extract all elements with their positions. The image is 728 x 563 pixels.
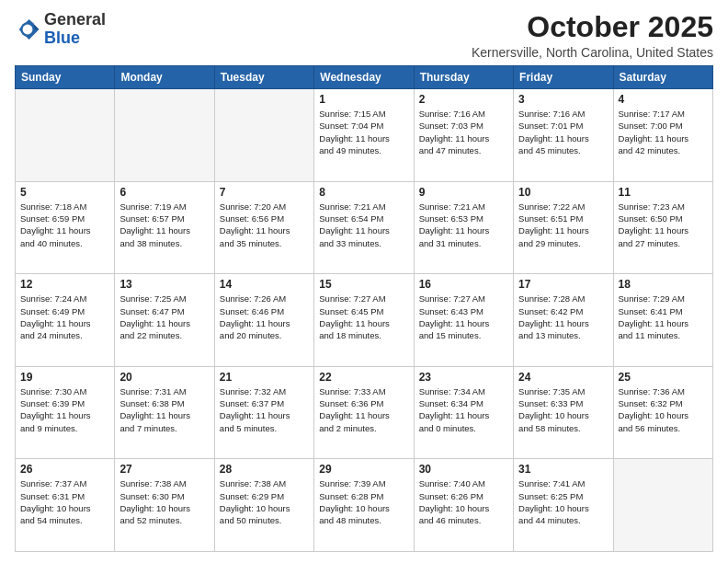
day-number: 17 bbox=[518, 278, 608, 291]
location: Kernersville, North Carolina, United Sta… bbox=[472, 45, 713, 60]
day-number: 24 bbox=[518, 371, 608, 384]
day-number: 8 bbox=[319, 186, 408, 199]
cell-info: Sunrise: 7:32 AM Sunset: 6:37 PM Dayligh… bbox=[220, 385, 309, 434]
cell-info: Sunrise: 7:28 AM Sunset: 6:42 PM Dayligh… bbox=[518, 293, 608, 341]
calendar-cell: 27Sunrise: 7:38 AM Sunset: 6:30 PM Dayli… bbox=[115, 459, 214, 552]
cell-info: Sunrise: 7:26 AM Sunset: 6:46 PM Dayligh… bbox=[220, 293, 309, 341]
calendar-cell: 26Sunrise: 7:37 AM Sunset: 6:31 PM Dayli… bbox=[16, 459, 115, 552]
calendar-cell: 31Sunrise: 7:41 AM Sunset: 6:25 PM Dayli… bbox=[514, 459, 613, 552]
logo-icon bbox=[15, 17, 40, 42]
day-number: 5 bbox=[20, 186, 109, 199]
day-number: 12 bbox=[20, 278, 109, 291]
cell-info: Sunrise: 7:21 AM Sunset: 6:54 PM Dayligh… bbox=[319, 201, 408, 249]
week-row-5: 26Sunrise: 7:37 AM Sunset: 6:31 PM Dayli… bbox=[16, 459, 713, 552]
cell-info: Sunrise: 7:34 AM Sunset: 6:34 PM Dayligh… bbox=[419, 385, 508, 434]
day-header-thursday: Thursday bbox=[414, 66, 513, 89]
day-header-tuesday: Tuesday bbox=[214, 66, 313, 89]
day-number: 9 bbox=[419, 186, 508, 199]
calendar-cell bbox=[214, 89, 313, 182]
calendar-cell: 23Sunrise: 7:34 AM Sunset: 6:34 PM Dayli… bbox=[414, 366, 513, 459]
cell-info: Sunrise: 7:15 AM Sunset: 7:04 PM Dayligh… bbox=[319, 108, 408, 156]
day-header-friday: Friday bbox=[514, 66, 613, 89]
day-header-sunday: Sunday bbox=[16, 66, 115, 89]
cell-info: Sunrise: 7:39 AM Sunset: 6:28 PM Dayligh… bbox=[319, 477, 408, 526]
day-number: 6 bbox=[119, 186, 209, 199]
day-number: 2 bbox=[419, 93, 508, 106]
calendar-cell: 12Sunrise: 7:24 AM Sunset: 6:49 PM Dayli… bbox=[16, 274, 115, 367]
calendar-cell: 30Sunrise: 7:40 AM Sunset: 6:26 PM Dayli… bbox=[414, 459, 513, 552]
day-number: 14 bbox=[220, 278, 309, 291]
cell-info: Sunrise: 7:16 AM Sunset: 7:01 PM Dayligh… bbox=[518, 108, 608, 156]
calendar-cell: 14Sunrise: 7:26 AM Sunset: 6:46 PM Dayli… bbox=[214, 274, 313, 367]
calendar-cell: 9Sunrise: 7:21 AM Sunset: 6:53 PM Daylig… bbox=[414, 181, 513, 274]
cell-info: Sunrise: 7:17 AM Sunset: 7:00 PM Dayligh… bbox=[619, 108, 708, 156]
cell-info: Sunrise: 7:27 AM Sunset: 6:45 PM Dayligh… bbox=[319, 293, 408, 341]
week-row-2: 5Sunrise: 7:18 AM Sunset: 6:59 PM Daylig… bbox=[16, 181, 713, 274]
day-number: 27 bbox=[119, 463, 209, 476]
calendar-cell: 15Sunrise: 7:27 AM Sunset: 6:45 PM Dayli… bbox=[314, 274, 414, 367]
calendar-cell bbox=[16, 89, 115, 182]
calendar-cell: 28Sunrise: 7:38 AM Sunset: 6:29 PM Dayli… bbox=[214, 459, 313, 552]
calendar-cell: 21Sunrise: 7:32 AM Sunset: 6:37 PM Dayli… bbox=[214, 366, 313, 459]
cell-info: Sunrise: 7:23 AM Sunset: 6:50 PM Dayligh… bbox=[619, 201, 708, 249]
week-row-4: 19Sunrise: 7:30 AM Sunset: 6:39 PM Dayli… bbox=[16, 366, 713, 459]
cell-info: Sunrise: 7:31 AM Sunset: 6:38 PM Dayligh… bbox=[119, 385, 209, 434]
day-number: 7 bbox=[220, 186, 309, 199]
cell-info: Sunrise: 7:35 AM Sunset: 6:33 PM Dayligh… bbox=[518, 385, 608, 434]
cell-info: Sunrise: 7:19 AM Sunset: 6:57 PM Dayligh… bbox=[119, 201, 209, 249]
day-number: 3 bbox=[518, 93, 608, 106]
day-number: 16 bbox=[419, 278, 508, 291]
calendar-cell: 25Sunrise: 7:36 AM Sunset: 6:32 PM Dayli… bbox=[613, 366, 712, 459]
cell-info: Sunrise: 7:24 AM Sunset: 6:49 PM Dayligh… bbox=[20, 293, 109, 341]
calendar-cell: 24Sunrise: 7:35 AM Sunset: 6:33 PM Dayli… bbox=[514, 366, 613, 459]
calendar-cell: 10Sunrise: 7:22 AM Sunset: 6:51 PM Dayli… bbox=[514, 181, 613, 274]
calendar-cell: 11Sunrise: 7:23 AM Sunset: 6:50 PM Dayli… bbox=[613, 181, 712, 274]
logo-text: General Blue bbox=[44, 11, 106, 48]
calendar-cell: 4Sunrise: 7:17 AM Sunset: 7:00 PM Daylig… bbox=[613, 89, 712, 182]
day-number: 18 bbox=[619, 278, 708, 291]
day-number: 13 bbox=[119, 278, 209, 291]
day-number: 30 bbox=[419, 463, 508, 476]
header: General Blue October 2025 Kernersville, … bbox=[15, 11, 713, 60]
day-number: 26 bbox=[20, 463, 109, 476]
calendar-cell: 13Sunrise: 7:25 AM Sunset: 6:47 PM Dayli… bbox=[115, 274, 214, 367]
calendar-cell: 19Sunrise: 7:30 AM Sunset: 6:39 PM Dayli… bbox=[16, 366, 115, 459]
logo-blue-text: Blue bbox=[44, 29, 80, 47]
calendar-cell: 5Sunrise: 7:18 AM Sunset: 6:59 PM Daylig… bbox=[16, 181, 115, 274]
cell-info: Sunrise: 7:29 AM Sunset: 6:41 PM Dayligh… bbox=[619, 293, 708, 341]
calendar-cell: 22Sunrise: 7:33 AM Sunset: 6:36 PM Dayli… bbox=[314, 366, 414, 459]
cell-info: Sunrise: 7:27 AM Sunset: 6:43 PM Dayligh… bbox=[419, 293, 508, 341]
cell-info: Sunrise: 7:40 AM Sunset: 6:26 PM Dayligh… bbox=[419, 477, 508, 526]
cell-info: Sunrise: 7:33 AM Sunset: 6:36 PM Dayligh… bbox=[319, 385, 408, 434]
svg-point-3 bbox=[23, 24, 33, 34]
cell-info: Sunrise: 7:18 AM Sunset: 6:59 PM Dayligh… bbox=[20, 201, 109, 249]
calendar-cell: 2Sunrise: 7:16 AM Sunset: 7:03 PM Daylig… bbox=[414, 89, 513, 182]
day-header-row: SundayMondayTuesdayWednesdayThursdayFrid… bbox=[16, 66, 713, 89]
day-number: 21 bbox=[220, 371, 309, 384]
day-number: 15 bbox=[319, 278, 408, 291]
calendar-cell bbox=[613, 459, 712, 552]
calendar-cell: 20Sunrise: 7:31 AM Sunset: 6:38 PM Dayli… bbox=[115, 366, 214, 459]
cell-info: Sunrise: 7:36 AM Sunset: 6:32 PM Dayligh… bbox=[619, 385, 708, 434]
page: General Blue October 2025 Kernersville, … bbox=[0, 0, 728, 563]
calendar-cell: 16Sunrise: 7:27 AM Sunset: 6:43 PM Dayli… bbox=[414, 274, 513, 367]
cell-info: Sunrise: 7:37 AM Sunset: 6:31 PM Dayligh… bbox=[20, 477, 109, 526]
day-number: 28 bbox=[220, 463, 309, 476]
calendar: SundayMondayTuesdayWednesdayThursdayFrid… bbox=[15, 65, 713, 552]
day-header-wednesday: Wednesday bbox=[314, 66, 414, 89]
day-number: 22 bbox=[319, 371, 408, 384]
logo-general-text: General bbox=[44, 10, 106, 29]
logo: General Blue bbox=[15, 11, 106, 48]
calendar-cell: 3Sunrise: 7:16 AM Sunset: 7:01 PM Daylig… bbox=[514, 89, 613, 182]
calendar-cell: 17Sunrise: 7:28 AM Sunset: 6:42 PM Dayli… bbox=[514, 274, 613, 367]
cell-info: Sunrise: 7:41 AM Sunset: 6:25 PM Dayligh… bbox=[518, 477, 608, 526]
week-row-1: 1Sunrise: 7:15 AM Sunset: 7:04 PM Daylig… bbox=[16, 89, 713, 182]
calendar-cell: 1Sunrise: 7:15 AM Sunset: 7:04 PM Daylig… bbox=[314, 89, 414, 182]
cell-info: Sunrise: 7:21 AM Sunset: 6:53 PM Dayligh… bbox=[419, 201, 508, 249]
calendar-cell: 29Sunrise: 7:39 AM Sunset: 6:28 PM Dayli… bbox=[314, 459, 414, 552]
title-block: October 2025 Kernersville, North Carolin… bbox=[472, 11, 713, 60]
day-number: 11 bbox=[619, 186, 708, 199]
day-number: 1 bbox=[319, 93, 408, 106]
cell-info: Sunrise: 7:20 AM Sunset: 6:56 PM Dayligh… bbox=[220, 201, 309, 249]
day-number: 20 bbox=[119, 371, 209, 384]
